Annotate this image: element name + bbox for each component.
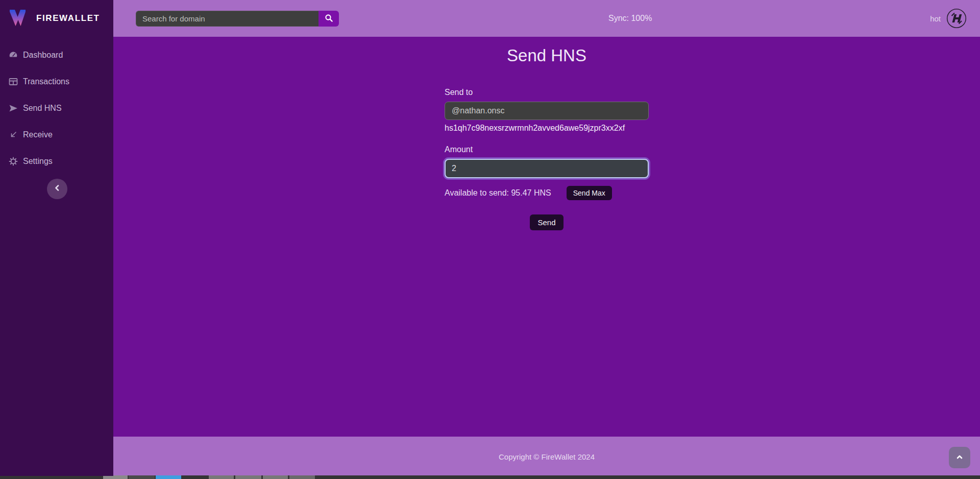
taskbar-strip[interactable] bbox=[0, 475, 980, 479]
wallet-name: hot bbox=[930, 14, 941, 23]
send-max-button[interactable]: Send Max bbox=[567, 186, 612, 200]
domain-search-input[interactable] bbox=[136, 11, 318, 27]
sync-status: Sync: 100% bbox=[608, 0, 652, 37]
sidebar-collapse-button[interactable] bbox=[47, 179, 67, 199]
sidebar-item-label: Settings bbox=[23, 157, 53, 166]
table-icon bbox=[9, 77, 18, 86]
brand[interactable]: FIREWALLET bbox=[0, 0, 113, 35]
sidebar-item-transactions[interactable]: Transactions bbox=[0, 68, 113, 95]
sidebar-item-label: Dashboard bbox=[23, 51, 63, 60]
search-icon bbox=[325, 14, 333, 24]
receive-icon bbox=[9, 130, 18, 139]
taskbar-segment[interactable] bbox=[209, 475, 234, 479]
taskbar-segment[interactable] bbox=[235, 475, 261, 479]
send-to-input[interactable] bbox=[445, 102, 649, 120]
taskbar-segment[interactable] bbox=[103, 475, 128, 479]
send-form: Send to hs1qh7c98nexsrzwrmnh2avved6awe59… bbox=[445, 88, 649, 230]
main-content: Send HNS Send to hs1qh7c98nexsrzwrmnh2av… bbox=[113, 37, 980, 437]
brand-name: FIREWALLET bbox=[36, 13, 100, 23]
copyright-text: Copyright © FireWallet 2024 bbox=[113, 437, 980, 477]
sidebar-item-label: Send HNS bbox=[23, 104, 62, 113]
available-row: Available to send: 95.47 HNS Send Max bbox=[445, 186, 649, 200]
sidebar: FIREWALLET Dashboard Transactions bbox=[0, 0, 113, 476]
sidebar-item-label: Transactions bbox=[23, 77, 69, 86]
sidebar-nav: Dashboard Transactions Send HNS bbox=[0, 42, 113, 175]
amount-input[interactable] bbox=[445, 159, 649, 178]
gauge-icon bbox=[9, 51, 18, 60]
available-to-send: Available to send: 95.47 HNS bbox=[445, 188, 551, 198]
top-header: Sync: 100% hot bbox=[113, 0, 980, 37]
handshake-icon[interactable] bbox=[946, 8, 967, 29]
taskbar-segment[interactable] bbox=[263, 475, 288, 479]
chevron-left-icon bbox=[53, 184, 61, 194]
wallet-switcher[interactable]: hot bbox=[930, 0, 967, 37]
taskbar-segment[interactable] bbox=[289, 475, 315, 479]
send-to-label: Send to bbox=[445, 88, 649, 97]
resolved-address: hs1qh7c98nexsrzwrmnh2avved6awe59jzpr3xx2… bbox=[445, 124, 649, 133]
search-button[interactable] bbox=[318, 11, 339, 27]
send-button[interactable]: Send bbox=[530, 214, 563, 230]
domain-search bbox=[136, 11, 339, 27]
firewallet-logo-icon bbox=[8, 7, 30, 30]
sidebar-item-receive[interactable]: Receive bbox=[0, 122, 113, 148]
sidebar-item-send-hns[interactable]: Send HNS bbox=[0, 95, 113, 122]
scroll-to-top-button[interactable] bbox=[949, 447, 970, 468]
sidebar-item-label: Receive bbox=[23, 130, 53, 139]
page-title: Send HNS bbox=[113, 46, 980, 65]
amount-label: Amount bbox=[445, 145, 649, 154]
taskbar-segment[interactable] bbox=[129, 475, 155, 479]
taskbar-segment-active[interactable] bbox=[156, 475, 181, 479]
send-icon bbox=[9, 104, 18, 113]
footer: Copyright © FireWallet 2024 bbox=[113, 437, 980, 476]
gear-icon bbox=[9, 157, 18, 166]
sidebar-item-dashboard[interactable]: Dashboard bbox=[0, 42, 113, 68]
sidebar-item-settings[interactable]: Settings bbox=[0, 148, 113, 175]
chevron-up-icon bbox=[955, 452, 964, 463]
